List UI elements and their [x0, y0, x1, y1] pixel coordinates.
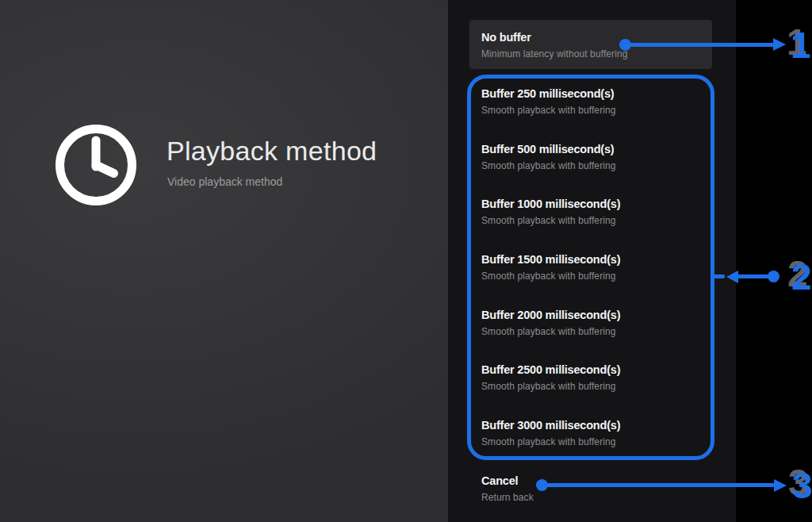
annotation-number-3: 3	[792, 467, 812, 504]
arrow-right-icon	[773, 38, 786, 51]
option-buffer-1500[interactable]: Buffer 1500 millisecond(s) Smooth playba…	[481, 253, 620, 282]
option-cancel[interactable]: Cancel Return back	[481, 474, 534, 503]
option-title: Buffer 250 millisecond(s)	[481, 87, 616, 100]
option-buffer-250[interactable]: Buffer 250 millisecond(s) Smooth playbac…	[481, 87, 616, 116]
page-subtitle: Video playback method	[167, 175, 282, 188]
option-buffer-1000[interactable]: Buffer 1000 millisecond(s) Smooth playba…	[481, 198, 620, 226]
option-title: Buffer 1000 millisecond(s)	[481, 198, 620, 210]
page-title: Playback method	[167, 136, 377, 166]
option-subtitle: Smooth playback with buffering	[481, 105, 616, 116]
option-subtitle: Smooth playback with buffering	[481, 381, 620, 392]
settings-header-panel: Playback method Video playback method	[0, 0, 448, 522]
clock-icon	[55, 124, 137, 206]
option-subtitle: Minimum latency without buffering	[481, 48, 712, 59]
annotation-number-1: 1	[791, 27, 811, 63]
annotation-number-2: 2	[791, 259, 812, 295]
callout-dot	[768, 271, 779, 282]
option-subtitle: Smooth playback with buffering	[481, 215, 620, 226]
callout-line	[542, 483, 775, 487]
option-title: No buffer	[481, 31, 712, 44]
option-buffer-2000[interactable]: Buffer 2000 millisecond(s) Smooth playba…	[481, 309, 620, 337]
playback-method-screen: { "left_panel": { "icon": "clock-icon", …	[0, 0, 812, 522]
option-buffer-2500[interactable]: Buffer 2500 millisecond(s) Smooth playba…	[481, 363, 620, 392]
option-buffer-500[interactable]: Buffer 500 millisecond(s) Smooth playbac…	[481, 143, 616, 171]
option-title: Buffer 2500 millisecond(s)	[481, 363, 620, 376]
option-subtitle: Smooth playback with buffering	[481, 326, 620, 337]
option-title: Buffer 500 millisecond(s)	[481, 143, 616, 155]
option-subtitle: Smooth playback with buffering	[481, 271, 620, 282]
callout-tick	[713, 274, 725, 278]
option-subtitle: Return back	[481, 492, 534, 503]
option-title: Buffer 3000 millisecond(s)	[481, 419, 620, 432]
option-title: Cancel	[481, 474, 534, 487]
option-title: Buffer 1500 millisecond(s)	[481, 253, 620, 266]
option-title: Buffer 2000 millisecond(s)	[481, 309, 620, 321]
callout-line	[624, 43, 776, 47]
option-buffer-3000[interactable]: Buffer 3000 millisecond(s) Smooth playba…	[481, 419, 620, 447]
option-subtitle: Smooth playback with buffering	[481, 160, 616, 171]
arrow-right-icon	[774, 479, 787, 492]
option-subtitle: Smooth playback with buffering	[481, 436, 620, 447]
